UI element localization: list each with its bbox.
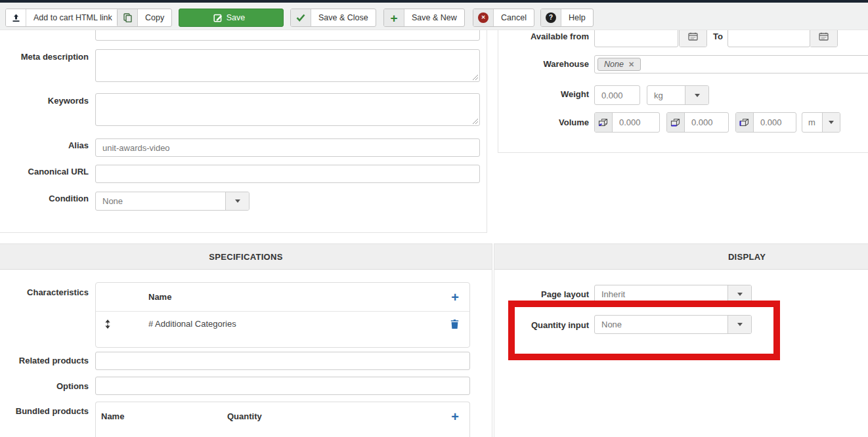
chevron-down-icon[interactable] xyxy=(225,192,249,210)
volume-width-value: 0.000 xyxy=(685,113,728,132)
quantity-input-label: Quantity input xyxy=(460,320,589,330)
characteristics-table-header: Name + xyxy=(96,283,469,311)
characteristic-name: # Additional Categories xyxy=(148,319,236,329)
volume-length-field[interactable]: 0.000 xyxy=(594,112,660,133)
help-icon: ? xyxy=(541,9,561,26)
bundled-name-header: Name xyxy=(101,411,124,421)
canonical-url-input[interactable] xyxy=(95,165,480,183)
volume-unit-value: m xyxy=(802,113,822,132)
bundled-table-header: Name Quantity + xyxy=(96,402,469,430)
weight-unit-value: kg xyxy=(647,86,685,104)
weight-unit-select[interactable]: kg xyxy=(647,85,709,105)
specifications-header: SPECIFICATIONS xyxy=(0,244,492,270)
cube-length-icon xyxy=(595,113,613,132)
display-panel: DISPLAY xyxy=(494,243,868,437)
warehouse-tag-text: None xyxy=(604,60,624,69)
chevron-down-icon[interactable] xyxy=(727,285,751,303)
copy-icon xyxy=(118,9,138,26)
chevron-down-icon[interactable] xyxy=(727,316,751,333)
volume-unit-select[interactable]: m xyxy=(802,112,840,133)
chevron-down-icon[interactable] xyxy=(685,86,708,104)
add-characteristic-button[interactable]: + xyxy=(451,291,459,304)
add-to-cart-html-link-button[interactable]: Add to cart HTML link xyxy=(5,9,120,27)
meta-description-textarea[interactable] xyxy=(95,49,480,82)
available-to-label: To xyxy=(713,31,726,41)
characteristics-name-header: Name xyxy=(148,292,171,302)
save-edit-icon xyxy=(213,9,223,26)
weight-input[interactable] xyxy=(594,85,640,105)
plus-icon: + xyxy=(384,9,404,26)
button-label: Save xyxy=(223,9,250,26)
available-from-label: Available from xyxy=(460,31,589,41)
top-dark-strip xyxy=(0,0,868,3)
page-layout-label: Page layout xyxy=(460,289,589,299)
drag-handle-icon[interactable] xyxy=(104,320,111,329)
cube-width-icon xyxy=(667,113,685,132)
save-button[interactable]: Save xyxy=(179,9,284,27)
alias-input[interactable] xyxy=(95,138,480,157)
volume-length-value: 0.000 xyxy=(613,113,659,132)
trash-icon xyxy=(450,319,459,329)
volume-height-field[interactable]: 0.000 xyxy=(735,112,796,133)
cube-height-icon xyxy=(736,113,754,132)
volume-label: Volume xyxy=(460,117,589,127)
cancel-button[interactable]: ✕ Cancel xyxy=(473,9,534,27)
meta-description-label: Meta description xyxy=(0,52,89,62)
quantity-input-value: None xyxy=(595,316,727,333)
alias-label: Alias xyxy=(0,140,89,150)
bundled-products-table: Name Quantity + xyxy=(95,402,470,437)
page-layout-select[interactable]: Inherit xyxy=(594,285,752,304)
help-button[interactable]: ? Help xyxy=(540,9,594,27)
resize-handle-icon[interactable] xyxy=(472,74,479,81)
chevron-down-icon[interactable] xyxy=(822,113,840,132)
related-products-label: Related products xyxy=(0,356,89,365)
bundled-products-label: Bundled products xyxy=(0,406,89,416)
button-label: Save & New xyxy=(404,9,464,26)
save-and-new-button[interactable]: + Save & New xyxy=(383,9,465,27)
condition-value: None xyxy=(96,192,225,210)
weight-label: Weight xyxy=(460,89,589,99)
characteristic-row: # Additional Categories xyxy=(96,311,469,336)
page-layout-value: Inherit xyxy=(595,285,727,303)
options-label: Options xyxy=(0,381,89,391)
quantity-input-select[interactable]: None xyxy=(594,315,752,334)
volume-height-value: 0.000 xyxy=(754,113,796,132)
warehouse-label: Warehouse xyxy=(460,59,589,69)
upload-icon xyxy=(6,9,26,26)
toolbar: Add to cart HTML link Copy Save Save & C… xyxy=(0,3,868,30)
canonical-url-label: Canonical URL xyxy=(0,167,89,177)
cancel-icon: ✕ xyxy=(473,9,494,26)
warehouse-tag: None ✕ xyxy=(597,58,641,71)
delete-characteristic-button[interactable] xyxy=(450,319,459,329)
condition-select[interactable]: None xyxy=(95,192,250,211)
options-input[interactable] xyxy=(95,377,470,395)
keywords-textarea[interactable] xyxy=(95,93,480,126)
bundled-quantity-header: Quantity xyxy=(227,411,262,421)
button-label: Add to cart HTML link xyxy=(26,9,119,26)
volume-width-field[interactable]: 0.000 xyxy=(666,112,729,133)
remove-tag-icon[interactable]: ✕ xyxy=(628,60,634,69)
condition-label: Condition xyxy=(0,194,89,203)
button-label: Copy xyxy=(138,9,171,26)
characteristics-label: Characteristics xyxy=(0,287,89,297)
button-label: Cancel xyxy=(494,9,534,26)
check-icon xyxy=(291,9,311,26)
button-label: Save & Close xyxy=(311,9,376,26)
warehouse-tag-field[interactable]: None ✕ xyxy=(594,55,868,73)
add-bundled-product-button[interactable]: + xyxy=(451,410,459,423)
display-header: DISPLAY xyxy=(494,244,868,270)
product-edit-screen: SPECIFICATIONS DISPLAY Meta description … xyxy=(0,0,868,437)
save-and-close-button[interactable]: Save & Close xyxy=(290,9,376,27)
keywords-label: Keywords xyxy=(0,96,89,106)
related-products-input[interactable] xyxy=(95,352,470,370)
copy-button[interactable]: Copy xyxy=(117,9,172,27)
characteristics-table: Name + # Additional Categories xyxy=(95,282,470,348)
button-label: Help xyxy=(561,9,593,26)
